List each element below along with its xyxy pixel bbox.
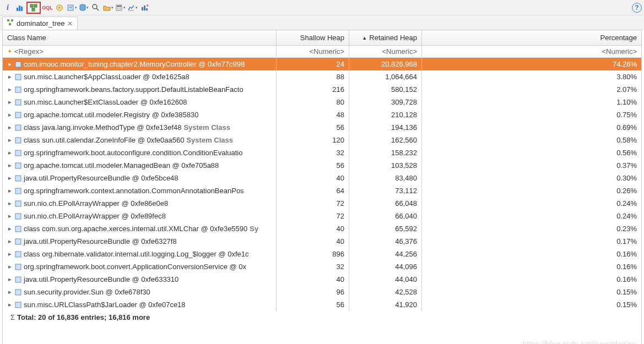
expand-icon[interactable]: ▸ [7,301,13,308]
main-toolbar: i OQL ▾ ▾ ▾ ▾ ▾ ? [0,0,644,15]
cell-percentage: 0.24% [422,212,641,220]
cell-percentage: 0.23% [422,225,641,233]
cell-shallow-heap: 120 [277,134,349,146]
table-row[interactable]: ▸org.springframework.boot.convert.Applic… [3,260,641,273]
expand-icon[interactable]: ▸ [7,86,13,93]
search-icon[interactable] [90,2,101,13]
dominator-tree-panel: Class Name Shallow Heap ▲ Retained Heap … [2,30,642,344]
table-row[interactable]: ▸class sun.util.calendar.ZoneInfoFile @ … [3,134,641,146]
tab-label: dominator_tree [17,19,64,28]
summary-row[interactable]: Σ Total: 20 of 16,836 entries; 16,816 mo… [3,311,641,324]
cell-shallow-heap: 56 [277,121,349,134]
cell-percentage: 0.24% [422,199,641,208]
column-header-name[interactable]: Class Name [3,30,277,45]
table-row[interactable]: ▸com.imooc.monitor_tuning.chapter2.Memor… [3,58,641,70]
table-row[interactable]: ▸sun.misc.Launcher$AppClassLoader @ 0xfe… [3,70,641,83]
table-row[interactable]: ▸class org.hibernate.validator.internal.… [3,248,641,260]
histogram-icon[interactable] [14,2,25,13]
cell-shallow-heap: 80 [277,96,349,108]
filter-percent-cell[interactable]: <Numeric> [422,47,641,56]
table-row[interactable]: ▸sun.misc.URLClassPath$JarLoader @ 0xfe0… [3,298,641,311]
oql-icon[interactable]: OQL [42,2,53,13]
table-row[interactable]: ▸org.apache.tomcat.util.modeler.ManagedB… [3,159,641,172]
table-row[interactable]: ▸java.util.PropertyResourceBundle @ 0xfe… [3,235,641,248]
table-row[interactable]: ▸java.util.PropertyResourceBundle @ 0xfe… [3,273,641,286]
threads-icon[interactable] [54,2,65,13]
close-icon[interactable]: ✕ [67,20,73,28]
cell-percentage: 0.30% [422,174,641,182]
class-name-text: org.apache.tomcat.util.modeler.ManagedBe… [24,161,219,170]
cell-shallow-heap: 48 [277,108,349,121]
export-icon[interactable] [139,2,150,13]
expand-icon[interactable]: ▸ [7,73,13,80]
cell-retained-heap: 66,048 [349,197,422,210]
table-row[interactable]: ▸java.util.PropertyResourceBundle @ 0xfe… [3,172,641,184]
filter-name-cell[interactable]: ✦ <Regex> [3,46,277,57]
table-row[interactable]: ▸org.springframework.context.annotation.… [3,184,641,197]
svg-rect-38 [15,214,21,219]
class-name-text: sun.misc.Launcher$ExtClassLoader @ 0xfe1… [24,98,187,106]
expand-icon[interactable]: ▸ [7,61,13,68]
table-row[interactable]: ▸class com.sun.org.apache.xerces.interna… [3,222,641,235]
table-row[interactable]: ▸org.springframework.beans.factory.suppo… [3,83,641,96]
expand-icon[interactable]: ▸ [7,187,13,194]
cell-class-name: ▸org.apache.tomcat.util.modeler.Registry… [3,108,277,121]
cell-class-name: ▸java.util.PropertyResourceBundle @ 0xfe… [3,273,277,286]
calculator-icon[interactable]: ▾ [115,2,126,13]
database-icon[interactable]: ▾ [78,2,89,13]
chart-icon[interactable]: ▾ [127,2,138,13]
table-row[interactable]: ▸class java.lang.invoke.MethodType @ 0xf… [3,121,641,134]
svg-rect-20 [144,6,145,10]
cell-shallow-heap: 24 [277,58,349,70]
object-icon [15,188,21,194]
cell-percentage: 0.75% [422,111,641,119]
expand-icon[interactable]: ▸ [7,136,13,144]
expand-icon[interactable]: ▸ [7,124,13,131]
help-icon[interactable]: ? [632,3,642,13]
dominator-tree-icon[interactable] [28,2,39,13]
expand-icon[interactable]: ▸ [7,225,13,232]
tab-dominator-tree[interactable]: dominator_tree ✕ [2,17,78,30]
object-icon [15,175,21,182]
expand-icon[interactable]: ▸ [7,212,13,220]
expand-icon[interactable]: ▸ [7,149,13,156]
class-name-text: org.springframework.boot.autoconfigure.c… [24,149,242,157]
svg-point-17 [120,8,121,9]
object-icon [15,137,21,144]
expand-icon[interactable]: ▸ [7,250,13,258]
expand-icon[interactable]: ▸ [7,276,13,283]
expand-icon[interactable]: ▸ [7,174,13,182]
rows-container: ▸com.imooc.monitor_tuning.chapter2.Memor… [3,58,641,311]
open-query-icon[interactable]: ▾ [102,2,113,13]
svg-rect-23 [7,19,9,21]
cell-shallow-heap: 896 [277,248,349,260]
cell-class-name: ▸class java.lang.invoke.MethodType @ 0xf… [3,121,277,134]
svg-rect-35 [15,176,21,181]
table-row[interactable]: ▸sun.misc.Launcher$ExtClassLoader @ 0xfe… [3,96,641,108]
filter-retained-cell[interactable]: <Numeric> [349,46,422,57]
table-row[interactable]: ▸sun.security.provider.Sun @ 0xfe678f30 … [3,286,641,298]
expand-icon[interactable]: ▸ [7,238,13,245]
expand-icon[interactable]: ▸ [7,200,13,207]
filter-shallow-cell[interactable]: <Numeric> [277,46,349,57]
table-row[interactable]: ▸sun.nio.ch.EPollArrayWrapper @ 0xfe89fe… [3,210,641,222]
cell-percentage: 0.16% [422,250,641,258]
object-icon [15,61,21,68]
table-row[interactable]: ▸sun.nio.ch.EPollArrayWrapper @ 0xfe86e0… [3,197,641,210]
expand-icon[interactable]: ▸ [7,111,13,118]
expand-icon[interactable]: ▸ [7,99,13,106]
expand-icon[interactable]: ▸ [7,288,13,296]
class-name-text: sun.nio.ch.EPollArrayWrapper @ 0xfe89fec… [24,212,166,220]
run-report-icon[interactable]: ▾ [66,2,77,13]
cell-shallow-heap: 96 [277,286,349,298]
table-row[interactable]: ▸org.apache.tomcat.util.modeler.Registry… [3,108,641,121]
svg-rect-41 [15,252,21,257]
table-row[interactable]: ▸org.springframework.boot.autoconfigure.… [3,146,641,159]
column-header-retained[interactable]: ▲ Retained Heap [349,30,422,45]
expand-icon[interactable]: ▸ [7,162,13,169]
column-header-shallow[interactable]: Shallow Heap [277,30,349,45]
info-icon[interactable]: i [2,2,13,13]
expand-icon[interactable]: ▸ [7,263,13,270]
object-icon [15,238,21,245]
column-header-percent[interactable]: Percentage [422,34,641,42]
